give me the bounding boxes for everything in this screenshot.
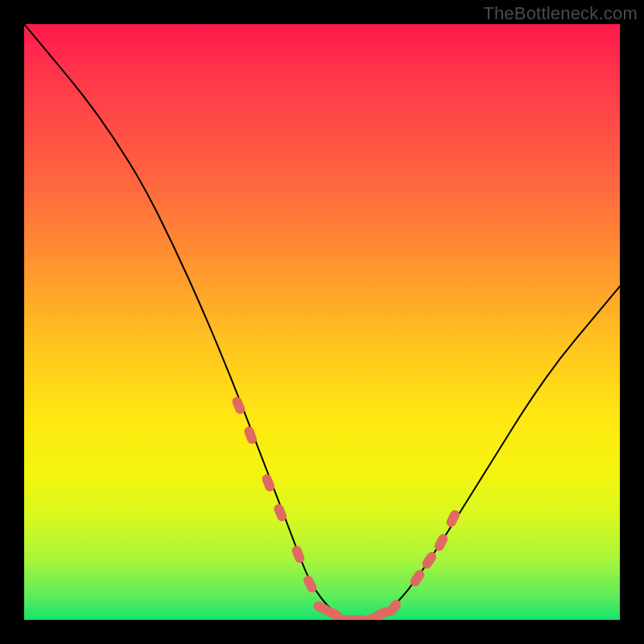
watermark-text: TheBottleneck.com xyxy=(483,3,638,24)
marker-group xyxy=(231,395,461,620)
curve-marker xyxy=(433,532,450,552)
plot-area xyxy=(24,24,620,620)
curve-marker xyxy=(445,509,462,529)
chart-svg xyxy=(24,24,620,620)
outer-frame: TheBottleneck.com xyxy=(0,0,644,644)
curve-marker xyxy=(420,551,438,571)
bottleneck-curve xyxy=(24,24,620,620)
curve-marker xyxy=(291,544,306,564)
